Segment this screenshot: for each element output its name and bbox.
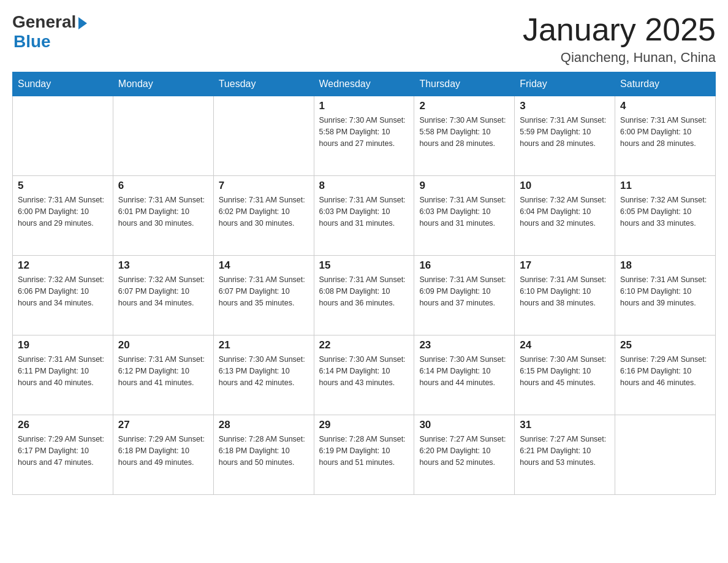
day-number: 14 (219, 259, 309, 272)
day-info: Sunrise: 7:31 AM Sunset: 6:10 PM Dayligh… (620, 274, 710, 308)
calendar-cell (213, 96, 314, 176)
day-number: 27 (118, 419, 208, 431)
calendar-header-friday: Friday (515, 72, 615, 96)
calendar-cell: 14Sunrise: 7:31 AM Sunset: 6:07 PM Dayli… (213, 256, 314, 335)
day-number: 31 (520, 419, 610, 431)
location: Qiancheng, Hunan, China (523, 50, 716, 66)
calendar-cell: 26Sunrise: 7:29 AM Sunset: 6:17 PM Dayli… (13, 415, 113, 495)
calendar-cell: 20Sunrise: 7:31 AM Sunset: 6:12 PM Dayli… (113, 335, 213, 415)
day-number: 12 (18, 259, 108, 272)
day-info: Sunrise: 7:31 AM Sunset: 6:08 PM Dayligh… (319, 274, 409, 308)
calendar-week-row-4: 19Sunrise: 7:31 AM Sunset: 6:11 PM Dayli… (13, 335, 716, 415)
calendar-cell: 30Sunrise: 7:27 AM Sunset: 6:20 PM Dayli… (414, 415, 515, 495)
logo-general-text: General (12, 12, 76, 32)
calendar-cell: 9Sunrise: 7:31 AM Sunset: 6:03 PM Daylig… (414, 176, 515, 256)
calendar-cell: 5Sunrise: 7:31 AM Sunset: 6:00 PM Daylig… (13, 176, 113, 256)
day-number: 4 (620, 100, 710, 112)
day-number: 16 (419, 259, 509, 272)
calendar-header-row: SundayMondayTuesdayWednesdayThursdayFrid… (13, 72, 716, 96)
calendar-cell: 13Sunrise: 7:32 AM Sunset: 6:07 PM Dayli… (113, 256, 213, 335)
logo-blue-text: Blue (13, 32, 51, 52)
calendar-week-row-1: 1Sunrise: 7:30 AM Sunset: 5:58 PM Daylig… (13, 96, 716, 176)
day-info: Sunrise: 7:31 AM Sunset: 6:01 PM Dayligh… (118, 194, 208, 229)
day-number: 15 (319, 259, 409, 272)
calendar-cell: 15Sunrise: 7:31 AM Sunset: 6:08 PM Dayli… (314, 256, 414, 335)
calendar-cell: 16Sunrise: 7:31 AM Sunset: 6:09 PM Dayli… (414, 256, 515, 335)
day-number: 29 (319, 419, 409, 431)
day-number: 2 (419, 100, 509, 112)
calendar-cell (113, 96, 213, 176)
calendar-header-monday: Monday (113, 72, 213, 96)
day-info: Sunrise: 7:30 AM Sunset: 5:58 PM Dayligh… (319, 115, 409, 149)
calendar-table: SundayMondayTuesdayWednesdayThursdayFrid… (12, 72, 716, 495)
calendar-cell: 22Sunrise: 7:30 AM Sunset: 6:14 PM Dayli… (314, 335, 414, 415)
day-number: 1 (319, 100, 409, 112)
day-info: Sunrise: 7:31 AM Sunset: 6:03 PM Dayligh… (419, 194, 509, 229)
day-info: Sunrise: 7:31 AM Sunset: 6:00 PM Dayligh… (620, 115, 710, 149)
calendar-cell: 11Sunrise: 7:32 AM Sunset: 6:05 PM Dayli… (615, 176, 716, 256)
logo-arrow-icon (78, 17, 87, 29)
day-number: 30 (419, 419, 509, 431)
calendar-cell: 31Sunrise: 7:27 AM Sunset: 6:21 PM Dayli… (515, 415, 615, 495)
calendar-cell: 23Sunrise: 7:30 AM Sunset: 6:14 PM Dayli… (414, 335, 515, 415)
day-info: Sunrise: 7:32 AM Sunset: 6:05 PM Dayligh… (620, 194, 710, 229)
calendar-cell: 3Sunrise: 7:31 AM Sunset: 5:59 PM Daylig… (515, 96, 615, 176)
calendar-cell: 24Sunrise: 7:30 AM Sunset: 6:15 PM Dayli… (515, 335, 615, 415)
day-info: Sunrise: 7:32 AM Sunset: 6:06 PM Dayligh… (18, 274, 108, 308)
calendar-cell: 29Sunrise: 7:28 AM Sunset: 6:19 PM Dayli… (314, 415, 414, 495)
day-info: Sunrise: 7:31 AM Sunset: 6:10 PM Dayligh… (520, 274, 610, 308)
day-info: Sunrise: 7:31 AM Sunset: 5:59 PM Dayligh… (520, 115, 610, 149)
day-number: 13 (118, 259, 208, 272)
day-number: 7 (219, 180, 309, 192)
calendar-cell: 4Sunrise: 7:31 AM Sunset: 6:00 PM Daylig… (615, 96, 716, 176)
day-number: 5 (18, 180, 108, 192)
day-info: Sunrise: 7:28 AM Sunset: 6:18 PM Dayligh… (219, 434, 309, 468)
day-info: Sunrise: 7:31 AM Sunset: 6:09 PM Dayligh… (419, 274, 509, 308)
calendar-cell: 17Sunrise: 7:31 AM Sunset: 6:10 PM Dayli… (515, 256, 615, 335)
day-info: Sunrise: 7:31 AM Sunset: 6:07 PM Dayligh… (219, 274, 309, 308)
day-info: Sunrise: 7:30 AM Sunset: 5:58 PM Dayligh… (419, 115, 509, 149)
day-info: Sunrise: 7:31 AM Sunset: 6:03 PM Dayligh… (319, 194, 409, 229)
day-info: Sunrise: 7:30 AM Sunset: 6:14 PM Dayligh… (319, 354, 409, 388)
day-info: Sunrise: 7:30 AM Sunset: 6:15 PM Dayligh… (520, 354, 610, 388)
day-info: Sunrise: 7:31 AM Sunset: 6:11 PM Dayligh… (18, 354, 108, 388)
day-info: Sunrise: 7:28 AM Sunset: 6:19 PM Dayligh… (319, 434, 409, 468)
day-number: 28 (219, 419, 309, 431)
day-number: 23 (419, 339, 509, 351)
calendar-cell: 27Sunrise: 7:29 AM Sunset: 6:18 PM Dayli… (113, 415, 213, 495)
calendar-cell: 25Sunrise: 7:29 AM Sunset: 6:16 PM Dayli… (615, 335, 716, 415)
calendar-cell: 8Sunrise: 7:31 AM Sunset: 6:03 PM Daylig… (314, 176, 414, 256)
day-number: 20 (118, 339, 208, 351)
calendar-cell: 18Sunrise: 7:31 AM Sunset: 6:10 PM Dayli… (615, 256, 716, 335)
calendar-cell (615, 415, 716, 495)
day-info: Sunrise: 7:31 AM Sunset: 6:00 PM Dayligh… (18, 194, 108, 229)
day-number: 11 (620, 180, 710, 192)
page-header: General Blue January 2025 Qiancheng, Hun… (12, 12, 716, 66)
calendar-cell: 1Sunrise: 7:30 AM Sunset: 5:58 PM Daylig… (314, 96, 414, 176)
calendar-week-row-3: 12Sunrise: 7:32 AM Sunset: 6:06 PM Dayli… (13, 256, 716, 335)
calendar-header-tuesday: Tuesday (213, 72, 314, 96)
day-number: 21 (219, 339, 309, 351)
day-info: Sunrise: 7:31 AM Sunset: 6:02 PM Dayligh… (219, 194, 309, 229)
day-number: 6 (118, 180, 208, 192)
month-title: January 2025 (523, 12, 716, 47)
calendar-week-row-2: 5Sunrise: 7:31 AM Sunset: 6:00 PM Daylig… (13, 176, 716, 256)
day-info: Sunrise: 7:30 AM Sunset: 6:13 PM Dayligh… (219, 354, 309, 388)
day-number: 17 (520, 259, 610, 272)
calendar-cell: 19Sunrise: 7:31 AM Sunset: 6:11 PM Dayli… (13, 335, 113, 415)
calendar-cell: 10Sunrise: 7:32 AM Sunset: 6:04 PM Dayli… (515, 176, 615, 256)
calendar-cell: 21Sunrise: 7:30 AM Sunset: 6:13 PM Dayli… (213, 335, 314, 415)
calendar-cell: 28Sunrise: 7:28 AM Sunset: 6:18 PM Dayli… (213, 415, 314, 495)
day-info: Sunrise: 7:31 AM Sunset: 6:12 PM Dayligh… (118, 354, 208, 388)
day-number: 24 (520, 339, 610, 351)
calendar-cell: 12Sunrise: 7:32 AM Sunset: 6:06 PM Dayli… (13, 256, 113, 335)
day-number: 3 (520, 100, 610, 112)
calendar-cell: 7Sunrise: 7:31 AM Sunset: 6:02 PM Daylig… (213, 176, 314, 256)
calendar-cell: 2Sunrise: 7:30 AM Sunset: 5:58 PM Daylig… (414, 96, 515, 176)
calendar-header-sunday: Sunday (13, 72, 113, 96)
day-number: 19 (18, 339, 108, 351)
day-number: 22 (319, 339, 409, 351)
day-info: Sunrise: 7:27 AM Sunset: 6:21 PM Dayligh… (520, 434, 610, 468)
day-number: 10 (520, 180, 610, 192)
day-number: 26 (18, 419, 108, 431)
